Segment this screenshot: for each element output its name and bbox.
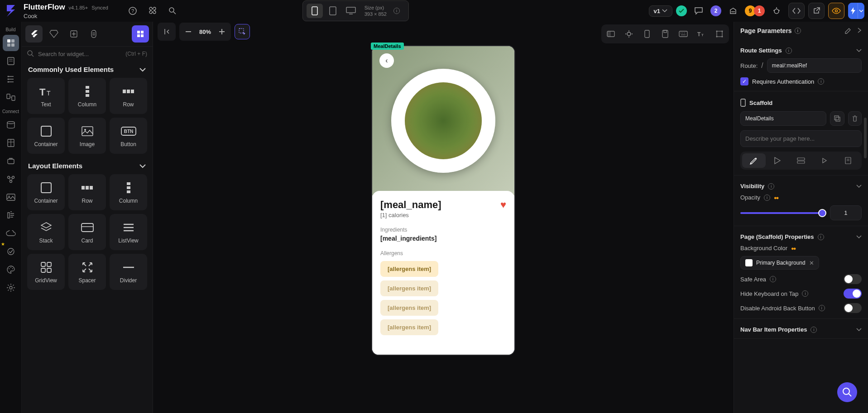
widget-card-container[interactable]: Container	[27, 174, 65, 210]
ingredients-label[interactable]: Ingredients	[380, 227, 506, 233]
widget-card-column[interactable]: Column	[110, 174, 147, 210]
widget-card-row[interactable]: Row	[110, 78, 147, 114]
info-icon[interactable]: i	[795, 28, 801, 34]
widget-card-row[interactable]: Row	[68, 174, 106, 210]
allergen-chip[interactable]: [allergens item]	[380, 280, 438, 296]
props-tab-actions-icon[interactable]	[766, 153, 789, 168]
info-icon[interactable]: i	[818, 78, 824, 85]
widget-card-text[interactable]: TTText	[27, 78, 65, 114]
rail-media-icon[interactable]	[3, 189, 19, 205]
widget-search-input[interactable]	[38, 51, 122, 57]
widget-card-gridview[interactable]: GridView	[27, 254, 65, 290]
search-top-icon[interactable]	[164, 3, 181, 19]
scrollbar-thumb[interactable]	[864, 118, 867, 158]
chat-icon[interactable]	[691, 3, 707, 19]
help-fab[interactable]	[837, 382, 857, 402]
widget-card-image[interactable]: Image	[68, 118, 106, 154]
rail-appstate-icon[interactable]	[3, 153, 19, 169]
save-screen-icon[interactable]	[657, 26, 673, 42]
rail-functions-icon[interactable]	[3, 207, 19, 223]
resize-handles-icon[interactable]	[712, 26, 727, 42]
size-info-icon[interactable]: i	[388, 3, 405, 19]
info-icon[interactable]: i	[770, 276, 776, 282]
info-icon[interactable]: i	[810, 327, 817, 333]
widget-card-spacer[interactable]: Spacer	[68, 254, 106, 290]
device-tablet-icon[interactable]	[325, 4, 341, 18]
multiselect-icon[interactable]	[235, 24, 250, 39]
rail-pages-icon[interactable]	[3, 53, 19, 69]
props-tab-design-icon[interactable]	[742, 153, 766, 168]
back-button[interactable]: ‹	[379, 53, 394, 68]
chevron-down-icon[interactable]	[858, 3, 864, 19]
rail-datatypes-icon[interactable]	[3, 135, 19, 151]
widget-card-button[interactable]: BTNButton	[110, 118, 147, 154]
info-icon[interactable]: i	[818, 234, 824, 240]
theme-card-icon[interactable]	[603, 26, 619, 42]
allergen-chip[interactable]: [allergens item]	[380, 261, 438, 277]
code-icon[interactable]	[788, 3, 805, 19]
chevron-down-icon[interactable]	[856, 49, 862, 52]
text-scale-icon[interactable]: TT	[694, 26, 709, 42]
bg-color-chip[interactable]: Primary Background ✕	[740, 256, 819, 270]
toggle-panel-icon[interactable]	[159, 24, 174, 39]
phone-preview[interactable]: ‹ [meal_name] ♥ [1] calories Ingredients…	[372, 46, 514, 355]
widget-card-divider[interactable]: Divider	[110, 254, 147, 290]
meal-name-text[interactable]: [meal_name]	[380, 199, 441, 211]
section-common-header[interactable]: Commonly Used Elements	[22, 61, 153, 78]
widget-card-stack[interactable]: Stack	[27, 214, 65, 250]
props-tab-docs-icon[interactable]	[836, 153, 860, 168]
panel-tab-components-icon[interactable]	[132, 25, 149, 43]
rail-tree-icon[interactable]	[3, 71, 19, 87]
help-icon[interactable]: ?	[125, 3, 141, 19]
allergens-label[interactable]: Allergens	[380, 250, 506, 256]
copy-scaffold-icon[interactable]	[830, 111, 844, 126]
edit-params-icon[interactable]	[844, 27, 852, 34]
allergen-chip[interactable]: [allergens item]	[380, 319, 438, 335]
keyboard-icon[interactable]	[676, 26, 691, 42]
disable-back-switch[interactable]	[844, 303, 862, 313]
zoom-out-icon[interactable]	[181, 24, 196, 39]
preview-eye-icon[interactable]	[828, 3, 844, 19]
section-layout-header[interactable]: Layout Elements	[22, 157, 153, 174]
scaffold-name-input[interactable]	[740, 111, 826, 126]
team-icon[interactable]	[725, 3, 741, 19]
info-icon[interactable]: i	[768, 183, 774, 190]
panel-tab-ai-icon[interactable]	[85, 25, 102, 43]
link-icon[interactable]: ●●	[791, 246, 795, 251]
ingredients-value[interactable]: [meal_ingredients]	[380, 235, 506, 242]
rail-storyboard-icon[interactable]	[3, 89, 19, 105]
widget-card-container[interactable]: Container	[27, 118, 65, 154]
info-icon[interactable]: i	[819, 305, 825, 311]
route-input[interactable]	[767, 58, 862, 73]
phone-preview-icon[interactable]	[639, 26, 655, 42]
props-tab-backend-icon[interactable]	[789, 153, 813, 168]
check-icon[interactable]	[676, 5, 687, 16]
next-icon[interactable]	[857, 27, 862, 34]
info-icon[interactable]: i	[786, 47, 792, 54]
chevron-down-icon[interactable]	[856, 235, 862, 239]
rail-firestore-icon[interactable]	[3, 117, 19, 133]
chevron-down-icon[interactable]	[856, 328, 862, 332]
widget-card-column[interactable]: Column	[68, 78, 106, 114]
rail-widgets-icon[interactable]	[3, 35, 19, 51]
hide-kb-switch[interactable]	[844, 289, 862, 299]
calories-text[interactable]: [1] calories	[380, 212, 506, 218]
link-icon[interactable]: ●●	[774, 195, 778, 200]
opacity-value-input[interactable]	[830, 205, 862, 220]
requires-auth-checkbox[interactable]: ✓	[740, 77, 748, 85]
opacity-slider[interactable]	[740, 212, 825, 214]
rail-theme-icon[interactable]	[3, 261, 19, 278]
errors-badge[interactable]: 1	[754, 5, 765, 16]
chevron-down-icon[interactable]	[856, 185, 862, 188]
info-icon[interactable]: i	[764, 195, 770, 201]
zoom-in-icon[interactable]	[215, 24, 229, 39]
command-icon[interactable]	[144, 3, 161, 19]
device-desktop-icon[interactable]	[343, 4, 359, 18]
safe-area-switch[interactable]	[844, 274, 862, 284]
app-logo[interactable]	[4, 4, 18, 18]
rail-api-icon[interactable]	[3, 171, 19, 187]
widget-card-listview[interactable]: ListView	[110, 214, 147, 250]
props-tab-animations-icon[interactable]	[813, 153, 836, 168]
allergen-chip[interactable]: [allergens item]	[380, 300, 438, 316]
panel-tab-flutter-icon[interactable]	[25, 25, 43, 43]
